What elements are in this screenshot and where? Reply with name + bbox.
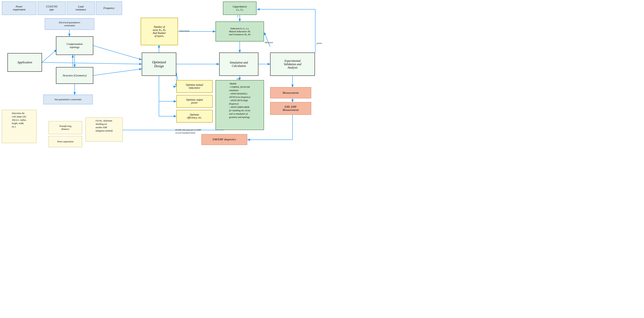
structure-geo-label: Structure (Geometry): [63, 74, 86, 77]
opt-output-label: Optimize outputpower: [186, 98, 203, 104]
inductances-label: Inductances L₁, L₂,Mutual inductance M,a…: [229, 27, 250, 36]
measurements-box: Measurements: [270, 87, 311, 98]
opt-mutual-box: Optimize mutualinductance: [176, 80, 213, 93]
structure-geo-box: Structure (Geometry): [56, 67, 93, 84]
optimized-design-box: OptimizedDesign: [142, 52, 176, 76]
opt-eff-box: Optimizeefficiency, etc.: [176, 110, 213, 123]
load-resistance-box: Loadresistance: [67, 1, 95, 15]
use-label: use: [236, 77, 240, 80]
sim-tools-box: -Matlab. - COMSOL 2D/3D EM simulation - …: [216, 80, 264, 130]
elec-params-label: Electrical parametersconstraints: [59, 21, 80, 27]
num-turns-box: Number ofturns N₁, N₂And Numberof layers…: [141, 18, 178, 45]
ferrite-box: Ferrite, Aluminum shielding (or another …: [86, 117, 123, 142]
comp-topology-label: Compensationtopology: [66, 42, 83, 49]
cco-cvo-label: CCO/CVOtype: [46, 5, 57, 11]
det-coils-label: Determine the coils shape (2D, 3D)-(i.e.…: [12, 112, 26, 128]
svg-line-5: [93, 69, 142, 75]
sim-calc-label: Simulation andCalculation: [230, 61, 248, 68]
elec-params-box: Electrical parametersconstraints: [45, 18, 94, 30]
opt-output-box: Optimize outputpower: [176, 95, 213, 108]
turns-sep-label: Turns separation: [57, 140, 74, 143]
power-requirement-box: Power requirement: [2, 1, 36, 15]
size-params-label: Size parameters constraints: [54, 98, 81, 101]
exp-validation-box: ExperimentalValidation andAnalysis: [270, 52, 315, 76]
optimized-design-label: OptimizedDesign: [152, 60, 166, 68]
num-turns-label: Number ofturns N₁, N₂And Numberof layers…: [152, 25, 166, 38]
prototype-label: prototype: [316, 42, 322, 45]
cco-cvo-box: CCO/CVOtype: [38, 1, 66, 15]
capacitances-box: CapacitancesC₁, C₂: [223, 1, 256, 15]
determine-label: Determine: [179, 29, 190, 32]
emi-emf-meas-label: EMI, EMFMeasurements: [283, 105, 299, 112]
capacitances-label: CapacitancesC₁, C₂: [233, 5, 247, 11]
application-label: Application: [17, 61, 32, 64]
power-requirement-label: Power requirement: [13, 5, 25, 11]
sim-calc-box: Simulation andCalculation: [219, 52, 258, 76]
svg-line-4: [93, 46, 142, 60]
comp-topology-box: Compensationtopology: [56, 36, 93, 55]
f-label: f: [237, 14, 238, 17]
trans-dist-label: Transferringdistance: [59, 125, 72, 131]
emi-emf-diag-label: EMI/EMF diagnostics: [213, 138, 236, 141]
load-resistance-label: Loadresistance: [76, 5, 86, 11]
svg-line-0: [42, 50, 56, 62]
opt-mutual-label: Optimize mutualinductance: [186, 83, 203, 89]
emi-emf-meas-box: EMI, EMFMeasurements: [270, 102, 311, 115]
sim-tools-label: -Matlab. - COMSOL 2D/3D EM simulation - …: [229, 82, 250, 119]
trans-dist-box: Transferringdistance: [48, 121, 82, 134]
size-params-box: Size parameters constraints: [43, 95, 93, 104]
emi-exceed-label: If EMI and exposure to EMFexceed standar…: [175, 129, 201, 134]
svg-line-30: [264, 33, 270, 47]
det-coils-box: Determine the coils shape (2D, 3D)-(i.e.…: [2, 110, 36, 143]
measurements-label: Measurements: [283, 91, 299, 94]
diagram: Determine Measure use If EMI and exposur…: [0, 0, 322, 159]
svg-line-1: [42, 62, 142, 64]
turns-sep-box: Turns separation: [48, 136, 82, 147]
frequency-label: Frequency: [103, 7, 114, 10]
opt-eff-label: Optimizeefficiency, etc.: [187, 113, 202, 119]
inductances-box: Inductances L₁, L₂,Mutual inductance M,a…: [216, 21, 264, 41]
frequency-box: Frequency: [96, 1, 122, 15]
ferrite-label: Ferrite, Aluminum shielding (or another …: [96, 119, 113, 133]
exp-validation-label: ExperimentalValidation andAnalysis: [284, 59, 301, 69]
emi-emf-diag-box: EMI/EMF diagnostics: [202, 134, 247, 145]
application-box: Application: [8, 53, 42, 72]
measure-label: Measure: [265, 41, 273, 44]
